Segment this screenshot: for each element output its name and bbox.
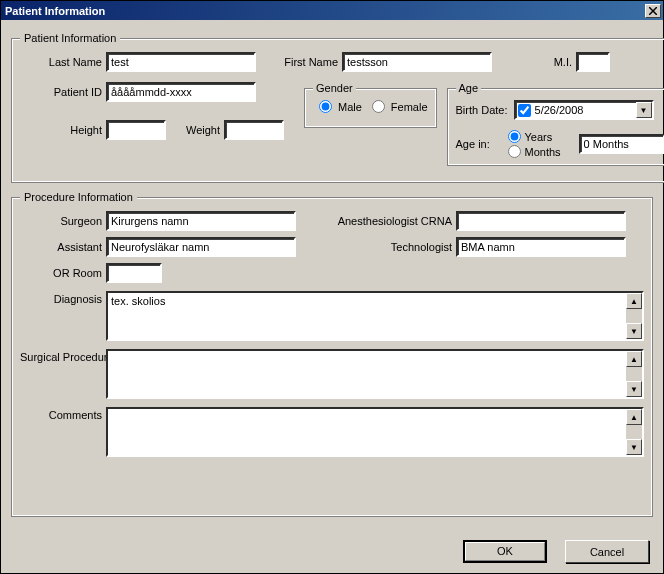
diagnosis-label: Diagnosis [20, 291, 106, 305]
anesthesiologist-label: Anesthesiologist CRNA [316, 216, 456, 227]
scroll-down-icon[interactable]: ▼ [626, 381, 642, 397]
window-title: Patient Information [5, 5, 105, 17]
gender-male-radio[interactable] [319, 100, 332, 113]
height-label: Height [20, 124, 106, 136]
age-value-field[interactable] [579, 134, 664, 154]
close-icon[interactable] [645, 4, 661, 18]
patient-info-group: Patient Information Last Name First Name… [11, 32, 664, 183]
height-field[interactable] [106, 120, 166, 140]
ok-button[interactable]: OK [463, 540, 547, 563]
patient-info-window: Patient Information Patient Information … [0, 0, 664, 574]
comments-label: Comments [20, 407, 106, 421]
or-room-field[interactable] [106, 263, 162, 283]
mi-label: M.I. [514, 56, 576, 68]
diagnosis-textarea[interactable] [108, 293, 626, 339]
birth-date-label: Birth Date: [456, 104, 514, 116]
technologist-field[interactable] [456, 237, 626, 257]
age-group: Age Birth Date: 5/26/2008 ▼ Age in: Year… [447, 82, 664, 166]
assistant-label: Assistant [20, 241, 106, 253]
age-legend: Age [456, 82, 482, 94]
scroll-up-icon[interactable]: ▲ [626, 351, 642, 367]
comments-textarea[interactable] [108, 409, 626, 455]
scroll-up-icon[interactable]: ▲ [626, 409, 642, 425]
surgeon-label: Surgeon [20, 215, 106, 227]
gender-legend: Gender [313, 82, 356, 94]
age-years-label: Years [525, 131, 553, 143]
scrollbar[interactable]: ▲ ▼ [626, 409, 642, 455]
surgeon-field[interactable] [106, 211, 296, 231]
anesthesiologist-field[interactable] [456, 211, 626, 231]
procedure-info-legend: Procedure Information [20, 191, 137, 203]
age-years-radio[interactable] [508, 130, 521, 143]
gender-group: Gender Male Female [304, 82, 437, 128]
content-area: Patient Information Last Name First Name… [1, 20, 663, 573]
cancel-button[interactable]: Cancel [565, 540, 649, 563]
birth-date-value: 5/26/2008 [535, 104, 632, 116]
mi-field[interactable] [576, 52, 610, 72]
gender-female-radio[interactable] [372, 100, 385, 113]
patient-id-label: Patient ID [20, 86, 106, 98]
scroll-down-icon[interactable]: ▼ [626, 323, 642, 339]
birth-date-checkbox[interactable] [518, 104, 531, 117]
patient-info-legend: Patient Information [20, 32, 120, 44]
weight-field[interactable] [224, 120, 284, 140]
scroll-up-icon[interactable]: ▲ [626, 293, 642, 309]
scrollbar[interactable]: ▲ ▼ [626, 293, 642, 339]
scroll-down-icon[interactable]: ▼ [626, 439, 642, 455]
patient-id-field[interactable] [106, 82, 256, 102]
titlebar: Patient Information [1, 1, 663, 20]
scrollbar[interactable]: ▲ ▼ [626, 351, 642, 397]
first-name-label: First Name [272, 56, 342, 68]
last-name-field[interactable] [106, 52, 256, 72]
chevron-down-icon[interactable]: ▼ [636, 102, 652, 118]
first-name-field[interactable] [342, 52, 492, 72]
age-in-label: Age in: [456, 138, 502, 150]
age-months-radio[interactable] [508, 145, 521, 158]
procedure-info-group: Procedure Information Surgeon Anesthesio… [11, 191, 653, 517]
assistant-field[interactable] [106, 237, 296, 257]
last-name-label: Last Name [20, 56, 106, 68]
surgical-procedure-label: Surgical Procedure [20, 349, 106, 363]
birth-date-picker[interactable]: 5/26/2008 ▼ [514, 100, 654, 120]
weight-label: Weight [172, 124, 224, 136]
or-room-label: OR Room [20, 267, 106, 279]
gender-female-label: Female [391, 101, 428, 113]
age-months-label: Months [525, 146, 561, 158]
surgical-procedure-textarea[interactable] [108, 351, 626, 397]
gender-male-label: Male [338, 101, 362, 113]
technologist-label: Technologist [316, 241, 456, 253]
